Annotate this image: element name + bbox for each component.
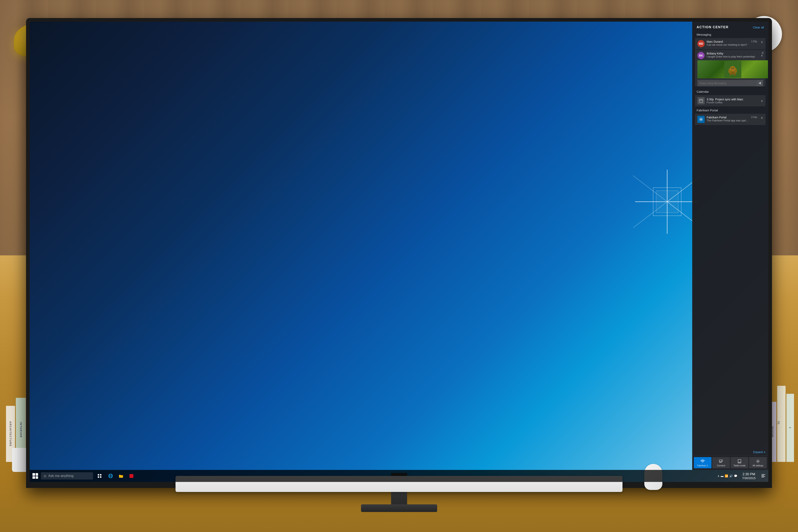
- fabrikam-name: Fabrikam Portal: [707, 116, 749, 119]
- qa-connect-label: Connect: [717, 464, 725, 467]
- windows-desktop: ⊙ Ask me anything: [30, 22, 768, 482]
- dog-image-svg: [724, 61, 741, 78]
- qa-connect-button[interactable]: Connect: [712, 457, 730, 468]
- brittany-body: Brittany Kirby I taught Duke how to play…: [707, 52, 757, 58]
- svg-rect-10: [98, 476, 99, 478]
- task-view-button[interactable]: [95, 470, 104, 482]
- fabrikam-message: The Fabrikam Portal app was updated: [707, 119, 749, 122]
- brittany-message: I taught Duke how to play fetch yesterda…: [707, 55, 757, 58]
- calendar-chevron-icon[interactable]: ∨: [761, 99, 763, 103]
- internet-explorer-icon: [108, 473, 113, 478]
- taskbar-utility-icons: [95, 470, 104, 482]
- expand-row: Expand ∧: [692, 450, 768, 455]
- reply-input[interactable]: [698, 80, 757, 86]
- clock-display[interactable]: 2:30 PM 7/30/2015: [739, 470, 758, 482]
- expand-button[interactable]: Expand ∧: [753, 451, 765, 454]
- taskbar-pinned-apps: [106, 470, 137, 482]
- calendar-event-place: Fourth Coffee: [707, 101, 757, 104]
- qa-all-settings-button[interactable]: All settings: [749, 457, 767, 468]
- calendar-section-label: Calendar: [694, 88, 767, 95]
- notification-brittany-kirby[interactable]: BK Brittany Kirby I taught Duke how to p…: [695, 50, 765, 86]
- fabrikam-chevron-icon[interactable]: ∨: [761, 116, 763, 119]
- notifications-list: Messaging MD Marc Durand Can we move our…: [692, 31, 768, 450]
- store-icon: [129, 473, 134, 478]
- volume-icon: 🔊: [729, 474, 733, 477]
- fabrikam-section-label: Fabrikam Portal: [694, 107, 767, 113]
- system-tray: ∧ ▬ 📶 🔊 💬 2:30 PM 7/30/2015: [716, 470, 768, 482]
- win-logo-quad-3: [33, 476, 35, 479]
- qa-settings-icon: [756, 459, 760, 463]
- fabrikam-icon: [699, 117, 703, 121]
- fabrikam-time: 2:04p: [751, 116, 757, 118]
- svg-rect-40: [719, 460, 722, 462]
- win-logo-quad-2: [36, 473, 38, 476]
- qa-fabrikam1-button[interactable]: Fabrikam 1: [694, 457, 711, 468]
- marc-chevron-icon[interactable]: ∨: [761, 40, 763, 44]
- svg-rect-9: [100, 474, 101, 476]
- svg-rect-33: [699, 99, 703, 102]
- tray-icons[interactable]: ∧ ▬ 📶 🔊 💬: [716, 474, 739, 477]
- windows-logo-icon: [33, 473, 38, 479]
- marc-message: Can we move our meeting to 4pm?: [707, 43, 749, 46]
- start-button[interactable]: [30, 470, 41, 482]
- brittany-header: BK Brittany Kirby I taught Duke how to p…: [695, 50, 765, 60]
- calendar-svg-icon: [699, 98, 703, 103]
- reply-send-button[interactable]: [757, 80, 763, 86]
- internet-explorer-app[interactable]: [106, 470, 116, 482]
- monitor-stand-base: [361, 505, 437, 512]
- chevron-up-icon: ∧: [718, 474, 720, 477]
- qa-fabrikam1-label: Fabrikam 1: [697, 464, 708, 467]
- brittany-avatar: BK: [698, 52, 705, 59]
- notification-row: MD Marc Durand Can we move our meeting t…: [698, 40, 763, 47]
- fabrikam-avatar: [698, 116, 705, 123]
- clear-all-button[interactable]: Clear all: [753, 26, 764, 29]
- svg-point-39: [702, 462, 703, 463]
- svg-rect-31: [730, 73, 731, 76]
- messaging-section-label: Messaging: [694, 31, 767, 37]
- monitor: ⊙ Ask me anything: [26, 18, 772, 488]
- calendar-body: 3:30p Project sync with Marc Fourth Coff…: [707, 98, 757, 104]
- svg-point-13: [110, 474, 112, 478]
- notification-marc-durand[interactable]: MD Marc Durand Can we move our meeting t…: [695, 38, 765, 49]
- action-center-button[interactable]: [758, 470, 768, 482]
- marc-name: Marc Durand: [707, 40, 749, 43]
- svg-rect-8: [98, 474, 99, 476]
- quick-actions-grid: Fabrikam 1 Con: [694, 457, 767, 468]
- qa-tablet-mode-button[interactable]: Tablet mode: [731, 457, 748, 468]
- battery-icon: ▬: [721, 474, 723, 477]
- brittany-name: Brittany Kirby: [707, 52, 757, 55]
- win-logo-quad-4: [36, 476, 38, 479]
- svg-point-28: [733, 68, 734, 69]
- qa-connect-icon: [719, 459, 723, 463]
- action-center-icon: [761, 474, 765, 478]
- svg-point-29: [732, 69, 734, 70]
- file-explorer-app[interactable]: [116, 470, 126, 482]
- notification-fabrikam[interactable]: Fabrikam Portal The Fabrikam Portal app …: [695, 114, 765, 125]
- qa-tablet-label: Tablet mode: [734, 464, 745, 467]
- calendar-row: 3:30p Project sync with Marc Fourth Coff…: [698, 97, 763, 104]
- svg-point-49: [757, 461, 759, 462]
- fabrikam-row: Fabrikam Portal The Fabrikam Portal app …: [698, 116, 763, 123]
- svg-line-42: [722, 461, 723, 461]
- brittany-close-button[interactable]: ✕: [761, 52, 764, 55]
- monitor-screen: ⊙ Ask me anything: [30, 22, 768, 482]
- message-icon: 💬: [734, 474, 737, 477]
- svg-point-38: [700, 119, 702, 120]
- clock-time: 2:30 PM: [742, 472, 755, 476]
- calendar-event-time: 3:30p Project sync with Marc: [707, 98, 757, 101]
- svg-rect-20: [762, 476, 765, 476]
- svg-point-27: [732, 68, 733, 69]
- network-icon: 📶: [725, 474, 728, 477]
- svg-rect-7: [656, 191, 678, 213]
- search-bar[interactable]: ⊙ Ask me anything: [41, 472, 93, 479]
- svg-point-48: [739, 462, 740, 463]
- svg-rect-11: [100, 476, 101, 478]
- fabrikam-body: Fabrikam Portal The Fabrikam Portal app …: [707, 116, 749, 122]
- notification-calendar[interactable]: 3:30p Project sync with Marc Fourth Coff…: [695, 95, 765, 106]
- clock-date: 7/30/2015: [742, 476, 756, 480]
- svg-rect-19: [762, 475, 764, 476]
- taskbar: ⊙ Ask me anything: [30, 470, 768, 482]
- qa-wifi-icon: [700, 459, 705, 463]
- book-item: 31: [777, 386, 785, 462]
- store-app[interactable]: [126, 470, 137, 482]
